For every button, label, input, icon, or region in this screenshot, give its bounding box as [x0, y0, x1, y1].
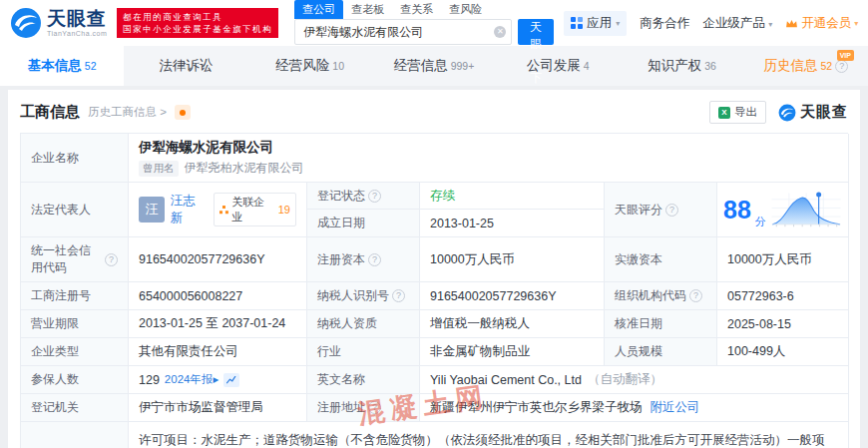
field-value-taxpayer-quality: 增值税一般纳税人 [420, 310, 605, 338]
field-value-business-term: 2013-01-25 至 2037-01-24 [129, 310, 307, 338]
card-brand-watermark: 天眼查 [778, 103, 848, 122]
tab-history-info[interactable]: VIP 历史信息52 ? [744, 46, 868, 86]
header-nav: 应用 ▾ 商务合作 企业级产品 ▾ 开通会员 ▾ [564, 11, 868, 36]
former-name: 伊犁尧柏水泥有限公司 [185, 160, 304, 177]
field-value-founded-date: 2013-01-25 [420, 210, 604, 236]
header: 天眼查 TianYanCha.com 都在用的商业查询工具 国家中小企业发展子基… [0, 0, 868, 46]
field-value-business-scope: 许可项目：水泥生产；道路货物运输（不含危险货物）（依法须经批准的项目，经相关部门… [129, 422, 849, 448]
field-label-legal-rep: 法定代表人 [21, 183, 129, 237]
field-value-company-name: 伊犁海螺水泥有限公司 曾用名 伊犁尧柏水泥有限公司 [129, 134, 849, 183]
company-name: 伊犁海螺水泥有限公司 [139, 139, 273, 157]
nav-cooperation[interactable]: 商务合作 [640, 15, 689, 32]
former-name-badge: 曾用名 [139, 161, 179, 177]
brand-name: 天眼查 [47, 9, 107, 28]
nearby-companies-link[interactable]: 附近公司 [651, 399, 700, 416]
apps-grid-icon [571, 17, 583, 29]
crown-icon [785, 18, 798, 29]
insured-count: 129 [139, 373, 160, 387]
help-icon[interactable]: ? [368, 401, 381, 414]
brand-logo[interactable]: 天眼查 TianYanCha.com [10, 7, 107, 39]
field-value-company-type: 其他有限责任公司 [129, 338, 307, 366]
search-tab-boss[interactable]: 查老板 [343, 0, 392, 19]
field-value-uscc: 91654002057729636Y [129, 237, 307, 282]
field-value-taxpayer-id: 91654002057729636Y [420, 282, 605, 310]
field-label-industry: 行业 [307, 338, 420, 366]
search-tab-risk[interactable]: 查风险 [441, 0, 490, 19]
field-value-reg-status: 存续 [420, 183, 604, 210]
field-label-taxpayer-quality: 纳税人资质 [307, 310, 420, 338]
field-value-reg-number: 654000056008227 [129, 282, 307, 310]
help-icon[interactable]: ? [835, 60, 848, 73]
brand-domain: TianYanCha.com [47, 30, 107, 37]
tab-company-development[interactable]: 公司发展4 [496, 46, 620, 86]
field-label-reg-address: 注册地址? [307, 394, 420, 422]
vip-badge: VIP [837, 50, 854, 61]
field-label-reg-capital: 注册资本? [307, 237, 420, 282]
business-info-table: 企业名称 伊犁海螺水泥有限公司 曾用名 伊犁尧柏水泥有限公司 法定代表人 汪 汪… [20, 133, 848, 448]
business-info-card: 工商信息 历史工商信息 > X 导出 天眼查 [8, 90, 860, 448]
field-value-approval-date: 2025-08-15 [717, 310, 849, 338]
search-tab-relation[interactable]: 查关系 [392, 0, 441, 19]
company-tabbar: 基本信息52 法律诉讼 经营风险10 经营信息999+ 公司发展4 知识产权36… [0, 46, 868, 86]
tab-basic-info[interactable]: 基本信息52 [0, 46, 124, 86]
english-name: Yili Yaobai Cement Co., Ltd [430, 373, 582, 387]
field-label-reg-number: 工商注册号 [21, 282, 129, 310]
score-unit: 分 [755, 215, 766, 229]
nav-enterprise[interactable]: 企业级产品 ▾ [702, 15, 772, 32]
nav-apps[interactable]: 应用 ▾ [564, 11, 627, 36]
chevron-down-icon: ▾ [854, 19, 858, 28]
related-companies-icon [219, 206, 228, 215]
help-icon[interactable]: ? [392, 289, 405, 302]
history-business-info-link[interactable]: 历史工商信息 > [88, 105, 167, 120]
field-label-founded-date: 成立日期 [307, 210, 420, 236]
search-button[interactable]: 天眼一下 [518, 19, 554, 45]
related-companies-badge[interactable]: 关联企业 19 [214, 193, 296, 226]
field-value-reg-address: 新疆伊犁州伊宁市英也尔乡界梁子牧场 附近公司 [420, 394, 849, 422]
search-input[interactable] [294, 19, 512, 45]
field-label-tyc-score: 天眼评分? [605, 183, 717, 237]
tianyancha-logo-icon [778, 104, 796, 122]
tab-intellectual-property[interactable]: 知识产权36 [620, 46, 743, 86]
field-value-org-code: 05772963-6 [717, 282, 849, 310]
tyc-score[interactable]: 88 分 [717, 183, 849, 237]
field-label-org-code: 组织机构代码? [605, 282, 717, 310]
export-button[interactable]: X 导出 [709, 101, 766, 124]
annual-report-link[interactable]: 2024年报▸ [165, 372, 218, 387]
field-value-english-name: Yili Yaobai Cement Co., Ltd （自动翻译） [420, 366, 849, 394]
tab-legal[interactable]: 法律诉讼 [124, 46, 247, 86]
orange-dot-badge[interactable] [175, 105, 191, 120]
field-value-insured-count: 129 2024年报▸ [129, 366, 307, 394]
search-tab-company[interactable]: 查公司 [294, 0, 343, 19]
field-label-taxpayer-id: 纳税人识别号? [307, 282, 420, 310]
field-label-staff-size: 人员规模 [605, 338, 717, 366]
trend-chart-icon[interactable] [223, 373, 239, 387]
tab-business-info[interactable]: 经营信息999+ [372, 46, 496, 86]
help-icon[interactable]: ? [105, 253, 118, 266]
field-label-english-name: 英文名称 [307, 366, 420, 394]
nav-vip[interactable]: 开通会员 ▾ [785, 15, 858, 32]
search-tabs: 查公司 查老板 查关系 查风险 [294, 1, 554, 19]
field-value-paid-capital: 10000万人民币 [717, 237, 849, 282]
field-label-business-term: 营业期限 [21, 310, 129, 338]
field-label-business-scope: 经营范围? [21, 422, 129, 448]
section-header: 工商信息 历史工商信息 > X 导出 天眼查 [8, 90, 860, 133]
field-label-company-type: 企业类型 [21, 338, 129, 366]
score-value: 88 [723, 198, 751, 223]
search-area: 查公司 查老板 查关系 查风险 ✕ 天眼一下 [294, 1, 554, 45]
field-value-reg-capital: 10000万人民币 [420, 237, 605, 282]
excel-icon: X [718, 107, 730, 119]
field-label-paid-capital: 实缴资本 [605, 237, 717, 282]
legal-rep-link[interactable]: 汪志新 [171, 193, 208, 226]
field-label-uscc: 统一社会信用代码? [21, 237, 129, 282]
help-icon[interactable]: ? [368, 190, 381, 203]
brand-slogan: 都在用的商业查询工具 国家中小企业发展子基金旗下机构 [117, 8, 278, 39]
field-label-insured-count: 参保人数 [21, 366, 129, 394]
field-label-reg-status: 登记状态? [307, 183, 420, 210]
help-icon[interactable]: ? [368, 253, 381, 266]
tab-operating-risk[interactable]: 经营风险10 [248, 46, 372, 86]
chevron-down-icon: ▾ [616, 19, 620, 28]
legal-rep-avatar[interactable]: 汪 [139, 197, 165, 223]
tianyancha-logo-icon [10, 7, 42, 39]
help-icon[interactable]: ? [689, 289, 702, 302]
help-icon[interactable]: ? [665, 204, 678, 217]
